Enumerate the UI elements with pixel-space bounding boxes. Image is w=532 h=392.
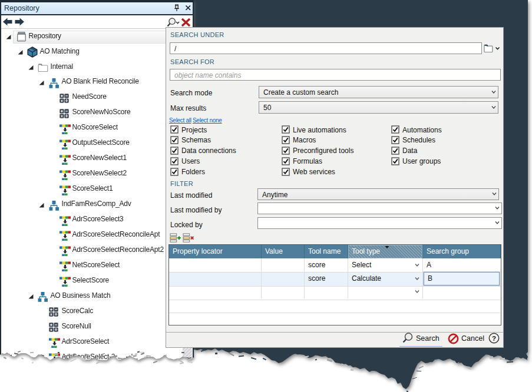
svg-text:?: ? xyxy=(492,334,496,341)
